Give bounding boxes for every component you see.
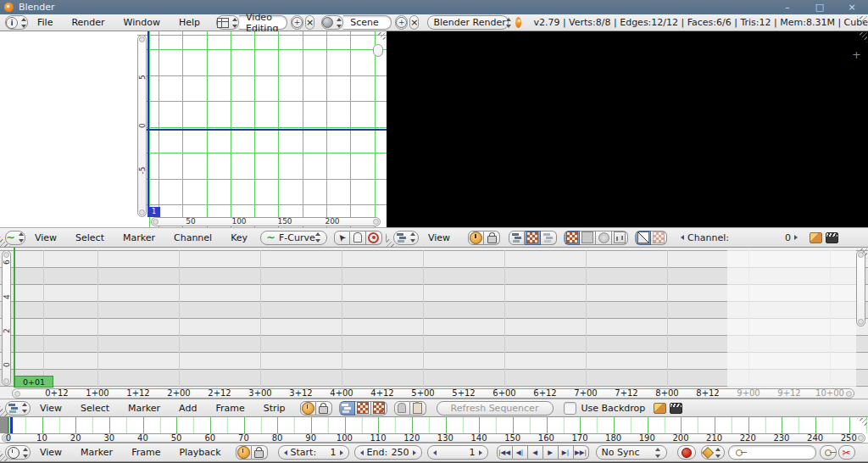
delete-keyframe-button[interactable]: ✂: [838, 445, 855, 460]
screen-layout-name-field[interactable]: Video Editing: [239, 15, 287, 30]
end-frame-field[interactable]: End: 250: [354, 445, 422, 460]
proxy-button[interactable]: [394, 401, 410, 416]
insert-keyframe-button[interactable]: [820, 445, 837, 460]
image-icon[interactable]: [810, 232, 822, 243]
copy-settings-button[interactable]: [410, 401, 426, 416]
sequencer-strip-area[interactable]: 6420 0+01 0+121+001+122+002+123+003+124+…: [0, 248, 868, 399]
menu-item[interactable]: Strip: [254, 403, 295, 414]
graph-current-frame-badge[interactable]: 1: [147, 207, 160, 217]
lock-button[interactable]: [252, 445, 268, 460]
decrement-arrow-icon[interactable]: [284, 450, 287, 455]
mute-strips-button[interactable]: ×: [371, 401, 387, 416]
menu-item[interactable]: View: [31, 403, 71, 414]
increment-arrow-icon[interactable]: [413, 450, 416, 455]
chroma-vectorscope-button[interactable]: [596, 231, 612, 245]
timeline-playhead[interactable]: [10, 417, 13, 433]
menu-item[interactable]: Render: [62, 17, 114, 28]
transport-button[interactable]: ▶|: [559, 445, 574, 460]
editor-type-button-preview[interactable]: [393, 231, 419, 245]
color-preview-button[interactable]: [564, 231, 580, 245]
refresh-sequencer-button[interactable]: Refresh Sequencer: [437, 401, 554, 416]
minimize-button[interactable]: –: [771, 0, 804, 14]
add-layout-button[interactable]: +: [291, 15, 303, 30]
keying-set-input[interactable]: [728, 445, 816, 460]
lock-button[interactable]: [484, 231, 500, 245]
editor-type-button-timeline[interactable]: [5, 445, 31, 460]
menu-item[interactable]: Marker: [71, 447, 122, 458]
menu-item[interactable]: View: [31, 447, 71, 458]
maximize-button[interactable]: □: [804, 0, 836, 14]
transport-button[interactable]: |◀◀: [497, 445, 513, 460]
timeline-ruler[interactable]: 0102030405060708090100110120130140150160…: [0, 417, 868, 443]
decrement-arrow-icon[interactable]: [681, 235, 684, 240]
playback-clock-button[interactable]: [468, 231, 484, 245]
menu-item[interactable]: File: [28, 17, 62, 28]
both-display-button[interactable]: [541, 231, 557, 245]
luma-waveform-button[interactable]: [580, 231, 596, 245]
channel-number-field[interactable]: Channel: 0: [676, 231, 803, 245]
sequencer-right-scrollbar[interactable]: [856, 250, 865, 326]
decrement-arrow-icon[interactable]: [360, 450, 364, 455]
decrement-arrow-icon[interactable]: [433, 450, 437, 455]
histogram-button[interactable]: [612, 231, 628, 245]
playback-clock-button[interactable]: [236, 445, 252, 460]
editor-type-button-graph[interactable]: ~: [5, 231, 25, 245]
preview-canvas[interactable]: +: [387, 31, 868, 227]
editor-type-button-sequencer[interactable]: [5, 401, 31, 416]
menu-item[interactable]: Channel: [164, 232, 221, 243]
sequence-display-button[interactable]: [509, 231, 525, 245]
resize-grip-icon[interactable]: [857, 32, 867, 42]
editor-type-button-info[interactable]: i: [5, 15, 28, 30]
menu-item[interactable]: View: [25, 232, 66, 243]
increment-arrow-icon[interactable]: [479, 450, 482, 455]
transport-button[interactable]: ▶▶|: [574, 445, 589, 460]
playback-clock-button[interactable]: [300, 401, 316, 416]
start-frame-field[interactable]: Start: 1: [278, 445, 349, 460]
pivot-point-button[interactable]: [366, 231, 382, 245]
lock-button[interactable]: [316, 401, 332, 416]
show-strips-button[interactable]: [339, 401, 355, 416]
menu-item[interactable]: Help: [170, 17, 209, 28]
menu-item[interactable]: Window: [114, 17, 170, 28]
menu-item[interactable]: Select: [71, 403, 119, 414]
clapperboard-icon[interactable]: [826, 232, 838, 243]
show-offsets-button[interactable]: [355, 401, 371, 416]
scene-name-field[interactable]: Scene: [343, 15, 392, 30]
overlay-button[interactable]: [635, 231, 651, 245]
safe-margin-button[interactable]: [651, 231, 667, 245]
menu-item[interactable]: Key: [221, 232, 257, 243]
screen-layout-browse-button[interactable]: [216, 15, 239, 30]
use-backdrop-checkbox[interactable]: [564, 402, 576, 415]
menu-item[interactable]: Select: [66, 232, 114, 243]
increment-arrow-icon[interactable]: [340, 450, 343, 455]
transport-button[interactable]: ◀: [528, 445, 543, 460]
menu-item[interactable]: Add: [170, 403, 206, 414]
region-plus-icon[interactable]: +: [852, 48, 861, 61]
image-preview-button[interactable]: [525, 231, 541, 245]
menu-item[interactable]: Marker: [119, 403, 170, 414]
delete-layout-button[interactable]: ×: [305, 15, 314, 30]
menu-item[interactable]: View: [419, 232, 459, 243]
increment-arrow-icon[interactable]: [794, 235, 798, 240]
menu-item[interactable]: Playback: [170, 447, 230, 458]
keying-set-dropdown[interactable]: [701, 445, 725, 460]
sequencer-current-time-badge[interactable]: 0+01: [14, 376, 53, 388]
transport-button[interactable]: ▶: [543, 445, 559, 460]
current-frame-field[interactable]: 1: [427, 445, 488, 460]
graph-mode-dropdown[interactable]: ~ F-Curve: [260, 231, 327, 245]
graph-editor-canvas[interactable]: 50-5 50100150200 1: [0, 31, 387, 227]
graph-right-scrollbar[interactable]: [373, 44, 383, 57]
sync-dropdown[interactable]: No Sync: [596, 445, 667, 460]
clapperboard-icon[interactable]: [670, 403, 682, 414]
add-scene-button[interactable]: +: [395, 15, 408, 30]
menu-item[interactable]: Marker: [114, 232, 164, 243]
menu-item[interactable]: Frame: [206, 403, 253, 414]
transport-button[interactable]: ◀|: [513, 445, 528, 460]
ghost-curves-button[interactable]: [350, 231, 366, 245]
render-engine-dropdown[interactable]: Blender Render: [427, 15, 509, 30]
record-button[interactable]: [677, 445, 696, 460]
close-button[interactable]: ×: [836, 0, 868, 14]
image-icon[interactable]: [654, 403, 666, 414]
delete-scene-button[interactable]: ×: [409, 15, 419, 30]
menu-item[interactable]: Frame: [122, 447, 170, 458]
